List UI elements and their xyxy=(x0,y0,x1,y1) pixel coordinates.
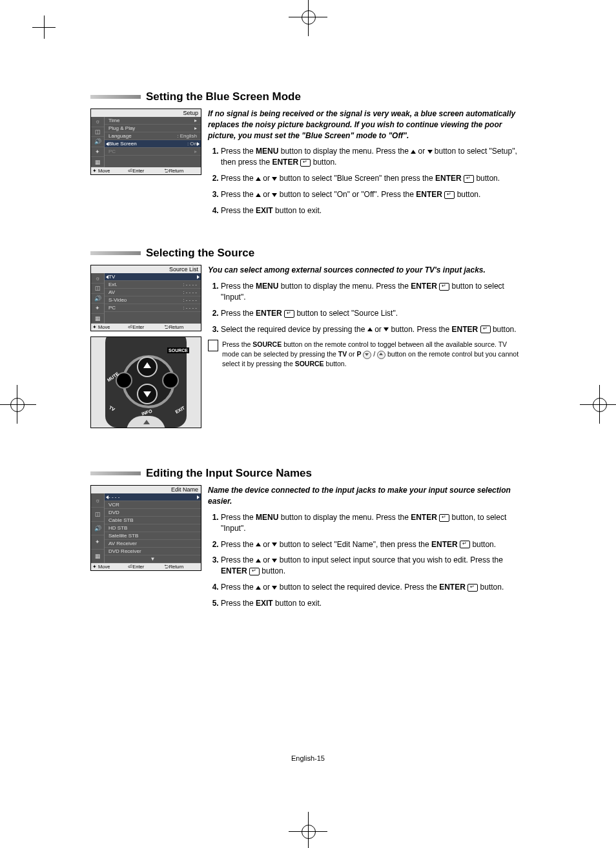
down-arrow-icon xyxy=(427,150,433,154)
note-source: Press the SOURCE button on the remote co… xyxy=(208,340,523,368)
registration-mark-right xyxy=(580,385,616,424)
up-arrow-icon xyxy=(256,177,261,181)
section-selecting-source: Selecting the Source Source List ☼◫🔊✦▦ T… xyxy=(90,247,523,428)
heading-bar xyxy=(90,95,141,99)
heading-selecting-source: Selecting the Source xyxy=(146,247,254,260)
osd-source-list: Source List ☼◫🔊✦▦ TV Ext.: - - - - AV: -… xyxy=(90,265,201,331)
enter-icon xyxy=(439,283,449,291)
enter-icon xyxy=(480,326,491,333)
steps-edit-name: Press the MENU button to display the men… xyxy=(208,512,523,609)
enter-icon xyxy=(249,568,260,575)
up-arrow-icon xyxy=(256,543,261,546)
registration-mark-left xyxy=(0,385,36,424)
osd-title: Edit Name xyxy=(91,486,201,493)
up-arrow-icon xyxy=(256,559,261,563)
crop-mark-tl xyxy=(32,16,65,48)
note-icon xyxy=(208,340,218,351)
page-footer: English-15 xyxy=(0,754,616,762)
up-arrow-icon xyxy=(411,150,416,154)
osd-edit-name: Edit Name ☼◫🔊✦▦ - - - - VCR DVD Cable ST… xyxy=(90,485,201,571)
osd-setup: Setup ☼◫🔊✦▦ Time▸ Plug & Play▸ Language:… xyxy=(90,109,201,175)
section-edit-name: Editing the Input Source Names Edit Name… xyxy=(90,467,523,614)
steps-blue-screen: Press the MENU button to display the men… xyxy=(208,146,523,216)
up-arrow-icon xyxy=(256,193,261,197)
heading-blue-screen: Setting the Blue Screen Mode xyxy=(146,90,301,103)
intro-selecting-source: You can select among external sources co… xyxy=(208,265,523,276)
up-arrow-icon xyxy=(367,327,373,331)
down-arrow-icon xyxy=(384,327,389,331)
remote-source-label: SOURCE xyxy=(167,347,189,353)
heading-bar xyxy=(90,251,141,255)
enter-icon xyxy=(284,310,294,318)
heading-edit-name: Editing the Input Source Names xyxy=(146,467,312,480)
intro-blue-screen: If no signal is being received or the si… xyxy=(208,109,523,141)
steps-selecting-source: Press the MENU button to display the men… xyxy=(208,281,523,335)
enter-icon xyxy=(439,514,449,522)
section-blue-screen: Setting the Blue Screen Mode Setup ☼◫🔊✦▦… xyxy=(90,90,523,221)
enter-icon xyxy=(460,541,470,548)
enter-icon xyxy=(467,584,478,592)
enter-icon xyxy=(464,175,474,183)
up-arrow-icon xyxy=(256,586,261,590)
osd-title: Source List xyxy=(91,265,201,273)
registration-mark-bottom xyxy=(289,812,327,848)
p-down-icon xyxy=(363,351,371,359)
enter-icon xyxy=(444,191,455,199)
p-up-icon xyxy=(377,351,385,359)
heading-bar xyxy=(90,471,141,475)
remote-control-image: SOURCE MUTE TV INFO EXIT xyxy=(90,336,201,428)
registration-mark-top xyxy=(289,0,327,36)
osd-title: Setup xyxy=(91,109,201,117)
intro-edit-name: Name the device connected to the input j… xyxy=(208,485,523,507)
enter-icon xyxy=(300,159,311,167)
